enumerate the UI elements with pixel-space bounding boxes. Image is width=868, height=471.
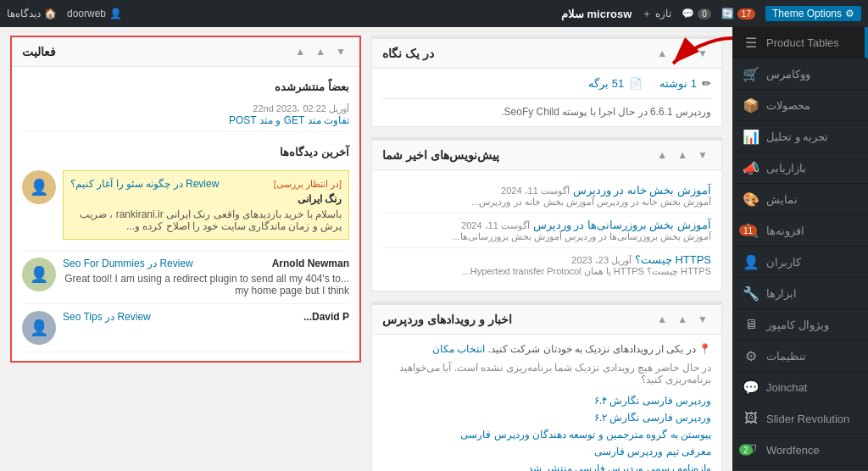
at-glance-header: ▼ ▲ ▲ در یک نگاه <box>372 39 721 69</box>
activity-post-link[interactable]: تفاوت متد GET و متد POST <box>229 114 349 126</box>
sidebar-item-joinchat[interactable]: Joinchat 💬 <box>732 372 868 403</box>
comment-author-1: رنگ ایرانی <box>70 193 342 205</box>
draft-link-1[interactable]: آموزش بخش خانه در وردپرس <box>573 184 711 197</box>
news-link-3[interactable]: پیوستن به گروه مترجمین و توسعه دهندگان و… <box>382 426 711 443</box>
recent-drafts-header: ▼ ▲ ▲ پیش‌نویس‌های اخیر شما <box>372 141 721 170</box>
activity-post-title: تفاوت متد GET و متد POST <box>22 114 349 126</box>
theme-options-button[interactable]: Theme Options ⚙ <box>765 6 861 21</box>
glance-pages: 📄 51 برگه <box>588 77 643 90</box>
users-icon: 👤 <box>743 253 760 270</box>
sidebar-item-appearance[interactable]: نمایش 🎨 <box>732 184 868 215</box>
up-btn-activity[interactable]: ▲ <box>312 44 329 59</box>
comment-post-link-3[interactable]: Review در Seo Tips <box>63 311 151 323</box>
events-title: اخبار و رویدادهای وردپرس <box>382 313 512 326</box>
comment-author-3: David P... <box>303 311 349 323</box>
glance-stats: ✏ 1 نوشته 📄 51 برگه <box>382 77 711 90</box>
adminbar-user[interactable]: 👤 doorweb <box>67 8 122 19</box>
sidebar-item-product-tables[interactable]: Product Tables ☰ <box>732 27 868 58</box>
comment-avatar-3: 👤 <box>22 311 56 345</box>
comments-count: 0 <box>698 8 711 19</box>
pages-icon: 📄 <box>629 77 643 90</box>
adminbar-new[interactable]: ＋ تازه <box>642 7 671 21</box>
at-glance-body: ✏ 1 نوشته 📄 51 برگه وردپرس 6.6.1 در حال … <box>372 69 721 126</box>
adminbar-site[interactable]: سلام microsw <box>561 8 632 20</box>
user-icon: 👤 <box>109 8 122 19</box>
sidebar-item-users[interactable]: کاربران 👤 <box>732 247 868 278</box>
sidebar-label-plugins: افزونه‌ها <box>766 224 804 237</box>
activity-body: بعضاً منتشرشده آوریل 22nd 2023، 02:22 تف… <box>12 67 359 361</box>
draft-date-2: آگوست 11، 2024 <box>461 220 530 230</box>
comment-icon: 💬 <box>682 8 694 19</box>
sidebar-label-product-tables: Product Tables <box>766 36 839 49</box>
draft-item-3: HTTPS چیست؟ آوریل 23، 2023 HTTPS چیست؟ H… <box>382 248 711 282</box>
product-tables-icon: ☰ <box>743 34 760 51</box>
adminbar-updates[interactable]: 🔄 17 <box>721 8 755 19</box>
main-content: ▼ ▲ ▲ در یک نگاه ✏ 1 نوشته <box>0 27 732 471</box>
posts-icon: ✏ <box>702 77 711 90</box>
comment-post-link-2[interactable]: Review در Seo For Dummies <box>63 258 193 269</box>
posts-link[interactable]: 1 نوشته <box>659 77 697 90</box>
widget-controls-glance: ▼ ▲ ▲ <box>654 46 711 61</box>
sidebar-label-products: محصولات <box>766 99 810 112</box>
draft-link-3[interactable]: HTTPS چیست؟ <box>635 253 711 266</box>
up-btn-glance[interactable]: ▲ <box>674 46 691 61</box>
adminbar-dashboard[interactable]: 🏠 دیدگاه‌ها <box>7 8 57 19</box>
sidebar-item-woopos[interactable]: ویژوال کامپوز 🖥 <box>732 309 868 341</box>
location-icon: 📍 <box>698 343 711 355</box>
products-icon: 📦 <box>743 97 760 114</box>
collapse-btn-events[interactable]: ▼ <box>694 312 711 327</box>
collapse-btn-drafts[interactable]: ▼ <box>694 147 711 163</box>
analytics-icon: 📊 <box>743 128 760 145</box>
sidebar-item-duplicator[interactable]: Duplicator 📋 <box>732 466 868 471</box>
up2-btn-activity[interactable]: ▲ <box>292 44 309 59</box>
draft-excerpt-2: آموزش بخش بروزرسانی‌ها در وردپرس آموزش ب… <box>382 231 711 242</box>
comment-post-link-1[interactable]: Review در چگونه سئو را آغار کنیم؟ <box>70 178 219 190</box>
activity-post-date: آوریل 22nd 2023، 02:22 <box>22 103 349 114</box>
marketing-icon: 📣 <box>743 159 760 176</box>
draft-item-2: آموزش بخش بروزرسانی‌ها در وردپرس آگوست 1… <box>382 213 711 248</box>
sidebar-item-settings[interactable]: تنظیمات ⚙ <box>732 341 868 372</box>
comment-item-3: David P... Review در Seo Tips 👤 <box>22 304 349 352</box>
settings-icon: ⚙ <box>845 8 854 19</box>
events-body: 📍 در یکی از رویدادهای نزدیک به خودتان شر… <box>372 335 721 471</box>
comment-pending-1: [در انتظار بررسی] Review در چگونه سئو را… <box>63 170 349 240</box>
collapse-btn-glance[interactable]: ▼ <box>694 46 711 61</box>
sidebar-item-tools[interactable]: ابزارها 🔧 <box>732 278 868 309</box>
up-btn-events[interactable]: ▲ <box>674 312 691 327</box>
comment-avatar-2: 👤 <box>22 258 56 291</box>
sidebar-item-slider[interactable]: Slider Revolution 🖼 <box>732 403 868 435</box>
sidebar-label-wordfence: Wordfence <box>766 444 820 457</box>
draft-link-2[interactable]: آموزش بخش بروزرسانی‌ها در وردپرس <box>533 219 711 231</box>
joinchat-icon: 💬 <box>743 379 760 396</box>
draft-excerpt-3: HTTPS چیست؟ HTTPS یا همان Hypertext tran… <box>382 266 711 277</box>
location-link[interactable]: انتخاب مکان <box>432 343 485 355</box>
news-link-2[interactable]: وردپرس فارسی نگارش ۶.۲ <box>382 409 711 426</box>
up-btn-drafts[interactable]: ▲ <box>674 147 691 163</box>
up2-btn-events[interactable]: ▲ <box>654 312 670 327</box>
collapse-btn-activity[interactable]: ▼ <box>332 44 349 59</box>
updates-icon: 🔄 <box>721 8 734 19</box>
up2-btn-drafts[interactable]: ▲ <box>654 147 670 163</box>
sidebar-label-marketing: بازاریابی <box>766 162 806 175</box>
sidebar-item-products[interactable]: محصولات 📦 <box>732 90 868 121</box>
draft-excerpt-1: آموزش بخش خانه در وردپرس آموزش بخش خانه … <box>382 197 711 208</box>
news-link-1[interactable]: وردپرس فارسی نگارش ۶.۴ <box>382 392 711 409</box>
up2-btn-glance[interactable]: ▲ <box>654 46 670 61</box>
appearance-icon: 🎨 <box>743 191 760 208</box>
settings-menu-icon: ⚙ <box>743 347 760 364</box>
sidebar-item-marketing[interactable]: بازاریابی 📣 <box>732 152 868 184</box>
adminbar-comments[interactable]: 💬 0 <box>682 8 711 19</box>
plan-link[interactable]: برنامه‌ریزی کنید؟ <box>641 374 711 385</box>
comment-item-1: [در انتظار بررسی] Review در چگونه سئو را… <box>22 163 349 251</box>
news-link-4[interactable]: معرفی تیم وردپرس فارسی <box>382 443 711 460</box>
sidebar-label-tools: ابزارها <box>766 287 797 300</box>
news-link-5[interactable]: وازه‌نامه رسمی وردپرس فارسی منتشر شد <box>382 460 711 471</box>
sidebar-item-woocommerce[interactable]: ووکامرس 🛒 <box>732 58 868 90</box>
sidebar-item-analytics[interactable]: تجربه و تحلیل 📊 <box>732 121 868 152</box>
sidebar-label-joinchat: Joinchat <box>766 381 807 394</box>
comment-text-1: باسلام با خرید بازدیدهای واقعی رنک ایران… <box>70 208 342 232</box>
pages-link[interactable]: 51 برگه <box>588 77 624 90</box>
recently-published-label: بعضاً منتشرشده <box>22 75 349 98</box>
sidebar-item-wordfence[interactable]: Wordfence 🛡 2 <box>732 435 868 466</box>
sidebar-item-plugins[interactable]: افزونه‌ها 🔌 11 <box>732 215 868 247</box>
